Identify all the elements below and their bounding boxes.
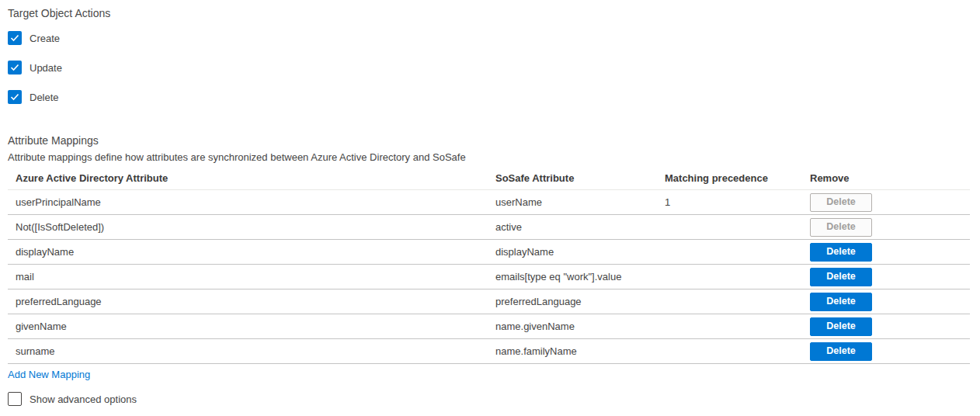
target-object-actions-group: Create Update Delete <box>8 31 970 104</box>
source-attribute-cell: surname <box>8 339 495 363</box>
attribute-mappings-table: Azure Active Directory Attribute SoSafe … <box>8 166 970 364</box>
attribute-mappings-description: Attribute mappings define how attributes… <box>8 151 970 164</box>
source-attribute-cell: userPrincipalName <box>8 190 495 214</box>
source-attribute-cell: givenName <box>8 314 495 338</box>
target-object-actions-title: Target Object Actions <box>8 7 970 20</box>
action-checkbox[interactable] <box>8 31 22 45</box>
source-attribute-cell: displayName <box>8 240 495 264</box>
action-checkbox-label: Delete <box>30 92 59 103</box>
mapping-table-row[interactable]: givenName name.givenName Delete <box>8 314 970 339</box>
source-attribute-cell: preferredLanguage <box>8 289 495 314</box>
mapping-table-row[interactable]: Not([IsSoftDeleted]) active Delete <box>8 215 970 240</box>
target-attribute-cell: userName <box>495 190 665 214</box>
matching-precedence-cell <box>665 314 810 338</box>
matching-precedence-cell <box>665 289 810 314</box>
remove-cell: Delete <box>810 314 970 338</box>
matching-precedence-cell <box>665 215 810 239</box>
delete-mapping-button[interactable]: Delete <box>810 218 872 237</box>
remove-cell: Delete <box>810 240 970 264</box>
target-attribute-cell: emails[type eq "work"].value <box>495 265 665 289</box>
mapping-table-row[interactable]: surname name.familyName Delete <box>8 339 970 364</box>
matching-precedence-cell <box>665 265 810 289</box>
source-attribute-cell: mail <box>8 265 495 289</box>
target-attribute-cell: active <box>495 215 665 239</box>
target-attribute-cell: preferredLanguage <box>495 289 665 314</box>
action-checkbox[interactable] <box>8 61 22 75</box>
action-checkbox-label: Update <box>30 62 62 74</box>
target-attribute-cell: name.familyName <box>495 339 665 363</box>
table-header-row: Azure Active Directory Attribute SoSafe … <box>8 166 970 190</box>
provisioning-mappings-panel: Target Object Actions Create Update <box>0 0 980 406</box>
remove-cell: Delete <box>810 265 970 289</box>
remove-cell: Delete <box>810 339 970 363</box>
header-matching-precedence: Matching precedence <box>665 166 810 189</box>
show-advanced-options-label: Show advanced options <box>30 393 137 405</box>
matching-precedence-cell <box>665 240 810 264</box>
add-new-mapping-link[interactable]: Add New Mapping <box>8 369 90 380</box>
target-attribute-cell: name.givenName <box>495 314 665 338</box>
show-advanced-options-checkbox[interactable] <box>8 392 22 406</box>
header-sosafe-attribute: SoSafe Attribute <box>495 166 665 189</box>
delete-mapping-button[interactable]: Delete <box>810 342 872 361</box>
mapping-table-row[interactable]: displayName displayName Delete <box>8 240 970 265</box>
delete-mapping-button[interactable]: Delete <box>810 268 872 286</box>
remove-cell: Delete <box>810 190 970 214</box>
matching-precedence-cell <box>665 339 810 363</box>
delete-mapping-button[interactable]: Delete <box>810 293 872 311</box>
remove-cell: Delete <box>810 215 970 239</box>
action-checkbox[interactable] <box>8 90 22 104</box>
action-checkbox-row: Delete <box>8 90 970 104</box>
action-checkbox-label: Create <box>30 33 60 44</box>
source-attribute-cell: Not([IsSoftDeleted]) <box>8 215 495 239</box>
mapping-table-row[interactable]: userPrincipalName userName 1 Delete <box>8 190 970 215</box>
mapping-table-row[interactable]: mail emails[type eq "work"].value Delete <box>8 265 970 289</box>
header-azure-ad-attribute: Azure Active Directory Attribute <box>8 166 495 189</box>
action-checkbox-row: Update <box>8 61 970 75</box>
header-remove: Remove <box>810 166 970 189</box>
target-attribute-cell: displayName <box>495 240 665 264</box>
attribute-mappings-title: Attribute Mappings <box>8 134 970 147</box>
delete-mapping-button[interactable]: Delete <box>810 243 872 262</box>
action-checkbox-row: Create <box>8 31 970 45</box>
checkmark-icon <box>10 34 19 42</box>
checkmark-icon <box>10 64 19 71</box>
mapping-table-row[interactable]: preferredLanguage preferredLanguage Dele… <box>8 289 970 314</box>
checkmark-icon <box>10 93 19 101</box>
delete-mapping-button[interactable]: Delete <box>810 193 872 212</box>
matching-precedence-cell: 1 <box>665 190 810 214</box>
delete-mapping-button[interactable]: Delete <box>810 317 872 336</box>
remove-cell: Delete <box>810 289 970 314</box>
show-advanced-options-row: Show advanced options <box>8 392 970 406</box>
